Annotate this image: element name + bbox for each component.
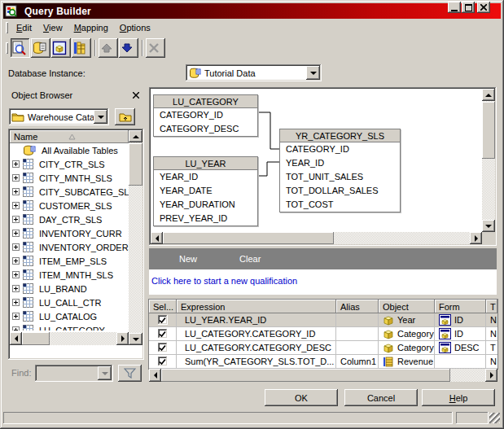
expand-plus-icon[interactable] — [12, 271, 20, 278]
tree-item-city_ctr_sls[interactable]: CITY_CTR_SLS — [10, 157, 129, 171]
diagram-table-header[interactable]: YR_CATEGORY_SLS — [280, 129, 400, 142]
find-dropdown-button[interactable] — [98, 366, 112, 380]
scroll-thumb[interactable] — [22, 332, 50, 345]
diagram-canvas[interactable]: LU_CATEGORYCATEGORY_IDCATEGORY_DESCLU_YE… — [151, 89, 495, 244]
expand-plus-icon[interactable] — [12, 230, 20, 237]
tree-vertical-scrollbar[interactable] — [129, 130, 142, 345]
tree-item-lu_catalog[interactable]: LU_CATALOG — [10, 309, 129, 323]
expand-plus-icon[interactable] — [12, 216, 20, 223]
tree-item-day_ctr_sls[interactable]: DAY_CTR_SLS — [10, 212, 129, 226]
scroll-up-button[interactable] — [482, 89, 495, 101]
scroll-right-button[interactable] — [116, 332, 129, 345]
menu-grip[interactable] — [6, 22, 8, 33]
grid-row[interactable]: LU_YEAR.YEAR_IDYearIDN — [149, 313, 497, 327]
tree-item-city_mnth_sls[interactable]: CITY_MNTH_SLS — [10, 171, 129, 185]
cancel-button[interactable]: Cancel — [344, 389, 418, 406]
menu-item-options[interactable]: Options — [114, 21, 156, 34]
toolbar-button-magnifier-doc[interactable] — [11, 38, 30, 58]
diagram-vertical-scrollbar[interactable] — [482, 89, 495, 232]
expand-plus-icon[interactable] — [12, 299, 20, 306]
grid-column-header-t[interactable]: T — [486, 300, 497, 313]
tree-item-city_subcateg_sls[interactable]: CITY_SUBCATEG_SLS — [10, 185, 129, 199]
help-button[interactable]: Help — [422, 389, 495, 406]
menu-item-edit[interactable]: Edit — [11, 21, 37, 34]
toolbar-button-database-doc[interactable] — [31, 38, 50, 58]
scroll-down-button[interactable] — [129, 333, 142, 345]
filter-button[interactable] — [118, 365, 142, 382]
scroll-left-button[interactable] — [10, 332, 22, 345]
title-bar[interactable]: Query Builder — [3, 3, 501, 19]
close-button[interactable] — [477, 2, 490, 13]
grid-column-header-alias[interactable]: Alias — [336, 300, 379, 313]
grid-column-header-form[interactable]: Form — [435, 300, 486, 313]
up-one-level-button[interactable] — [115, 108, 135, 125]
grid-horizontal-scrollbar[interactable] — [149, 369, 497, 382]
diagram-table-header[interactable]: LU_CATEGORY — [154, 95, 257, 108]
diagram-table-lu_category[interactable]: LU_CATEGORYCATEGORY_IDCATEGORY_DESC — [153, 94, 258, 137]
catalog-dropdown-button[interactable] — [94, 110, 107, 124]
scroll-thumb[interactable] — [161, 369, 450, 382]
tree-horizontal-scrollbar[interactable] — [10, 332, 129, 345]
expand-plus-icon[interactable] — [12, 326, 20, 331]
toolbar-button-bars[interactable] — [72, 38, 91, 58]
scroll-left-button[interactable] — [151, 232, 163, 244]
tree-item-inventory_orders[interactable]: INVENTORY_ORDERS — [10, 240, 129, 254]
grid-row[interactable]: Sum(YR_CATEGORY_SLS.TOT_D...Column1Reven… — [149, 355, 497, 369]
tree-item-item_emp_sls[interactable]: ITEM_EMP_SLS — [10, 254, 129, 268]
row-checkbox[interactable] — [158, 329, 168, 339]
tree-item-lu_call_ctr[interactable]: LU_CALL_CTR — [10, 295, 129, 309]
toolbar-button-cube-box[interactable] — [51, 38, 71, 58]
grid-row[interactable]: LU_CATEGORY.CATEGORY_IDCategoryIDN — [149, 327, 497, 341]
tree-root-all-available-tables[interactable]: All Available Tables — [10, 143, 129, 157]
toolbar-button-delete-x[interactable] — [146, 38, 165, 58]
diagram-field[interactable]: CATEGORY_ID — [280, 142, 400, 156]
row-checkbox[interactable] — [158, 357, 168, 366]
expand-plus-icon[interactable] — [12, 188, 20, 195]
scroll-thumb[interactable] — [482, 102, 495, 159]
diagram-field[interactable]: TOT_DOLLAR_SALES — [280, 184, 400, 198]
diagram-horizontal-scrollbar[interactable] — [151, 232, 482, 244]
toolbar-grip[interactable] — [6, 42, 8, 54]
diagram-table-lu_year[interactable]: LU_YEARYEAR_IDYEAR_DATEYEAR_DURATIONPREV… — [153, 156, 258, 226]
row-checkbox[interactable] — [158, 343, 168, 352]
grid-column-header-expression[interactable]: Expression — [177, 300, 336, 313]
grid-row[interactable]: LU_CATEGORY.CATEGORY_DESCCategoryDESCT — [149, 341, 497, 355]
diagram-field[interactable]: YEAR_ID — [280, 156, 400, 170]
diagram-field[interactable]: YEAR_ID — [154, 170, 257, 184]
new-qualification-link[interactable]: Click here to start a new qualification — [151, 276, 297, 286]
scroll-down-button[interactable] — [482, 220, 495, 232]
tree-item-lu_brand[interactable]: LU_BRAND — [10, 282, 129, 295]
expand-plus-icon[interactable] — [12, 285, 20, 292]
diagram-table-header[interactable]: LU_YEAR — [154, 157, 257, 170]
menu-item-view[interactable]: View — [37, 21, 68, 34]
diagram-field[interactable]: PREV_YEAR_ID — [154, 212, 257, 225]
diagram-field[interactable]: CATEGORY_DESC — [154, 122, 257, 136]
clear-qualification-button[interactable]: Clear — [231, 252, 269, 266]
grid-column-header-sel[interactable]: Sel... — [149, 300, 177, 313]
name-column-header[interactable]: Name — [10, 130, 129, 143]
expand-plus-icon[interactable] — [12, 160, 20, 168]
expand-plus-icon[interactable] — [12, 174, 20, 182]
scroll-right-button[interactable] — [470, 232, 482, 244]
find-input[interactable] — [35, 365, 113, 382]
scroll-up-button[interactable] — [129, 130, 142, 142]
expand-plus-icon[interactable] — [12, 313, 20, 320]
minimize-button[interactable] — [448, 2, 461, 13]
expand-plus-icon[interactable] — [12, 202, 20, 209]
diagram-table-yr_category_sls[interactable]: YR_CATEGORY_SLSCATEGORY_IDYEAR_IDTOT_UNI… — [279, 129, 401, 212]
diagram-field[interactable]: YEAR_DURATION — [154, 198, 257, 212]
scroll-left-button[interactable] — [149, 369, 161, 382]
scroll-right-button[interactable] — [485, 369, 497, 382]
tree-item-customer_sls[interactable]: CUSTOMER_SLS — [10, 199, 129, 212]
database-instance-combo[interactable]: Tutorial Data — [186, 64, 322, 81]
catalog-dropdown[interactable]: Warehouse Catal — [9, 108, 109, 125]
diagram-field[interactable]: CATEGORY_ID — [154, 108, 257, 122]
diagram-field[interactable]: YEAR_DATE — [154, 184, 257, 198]
scroll-thumb[interactable] — [163, 232, 334, 244]
grid-column-header-object[interactable]: Object — [379, 300, 435, 313]
scroll-thumb[interactable] — [129, 143, 142, 186]
diagram-field[interactable]: TOT_UNIT_SALES — [280, 170, 400, 184]
ok-button[interactable]: OK — [265, 389, 338, 406]
maximize-button[interactable] — [462, 2, 475, 13]
new-qualification-button[interactable]: New — [171, 252, 205, 266]
